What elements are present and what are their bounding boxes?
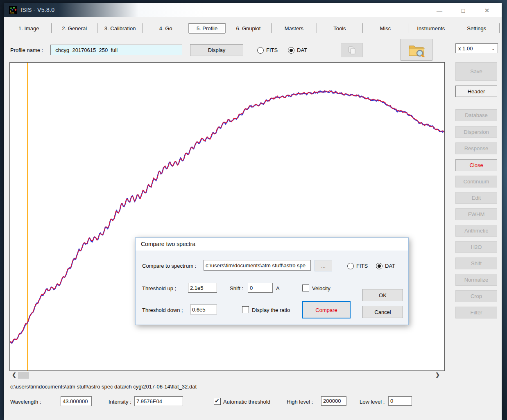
browse-button[interactable]: ...	[315, 260, 332, 271]
scrollbar-thumb[interactable]	[18, 372, 29, 379]
scroll-left-icon[interactable]: ❮	[12, 372, 16, 378]
close-icon[interactable]: ✕	[478, 6, 496, 16]
close-button[interactable]: Close	[455, 159, 497, 171]
compare-dialog-title: Compare two spectra	[141, 241, 195, 247]
tab-gnuplot[interactable]: 6. Gnuplot	[226, 24, 271, 33]
threshold-down-input[interactable]	[190, 305, 217, 314]
display-button[interactable]: Display	[190, 44, 243, 56]
compare-dialog: Compare two spectra Compare to spectrum …	[135, 237, 409, 325]
tab-masters[interactable]: Masters	[272, 24, 317, 33]
fwhm-button: FWHM	[455, 208, 497, 220]
cancel-button[interactable]: Cancel	[362, 306, 403, 318]
compare-dialog-titlebar[interactable]: Compare two spectra	[136, 238, 408, 251]
arithmetic-button: Arithmetic	[455, 225, 497, 237]
continuum-button: Continuum	[455, 176, 497, 187]
shift-unit-label: A	[276, 285, 280, 291]
tab-calibration[interactable]: 3. Calibration	[97, 24, 143, 33]
edit-button: Edit	[455, 192, 497, 204]
shift-button: Shift	[455, 257, 497, 269]
threshold-down-label: Threshold down ;	[142, 307, 183, 313]
maximize-icon[interactable]: □	[454, 6, 472, 16]
normalize-button: Normalize	[455, 274, 497, 286]
open-profile-button[interactable]	[401, 39, 432, 61]
chevron-down-icon: ⌄	[491, 46, 495, 51]
dispersion-button: Dispersion	[455, 126, 497, 138]
desktop: ISIS ISIS - V5.8.0 — □ ✕ 1. Image 2. Gen…	[0, 0, 507, 420]
profile-name-input[interactable]	[50, 45, 182, 55]
high-level-input[interactable]	[321, 396, 346, 406]
response-button: Response	[455, 142, 497, 154]
threshold-up-input[interactable]	[188, 283, 217, 293]
copy-pages-icon	[347, 46, 356, 55]
profile-name-label: Profile name :	[10, 47, 43, 53]
compare-to-input[interactable]	[204, 260, 311, 271]
tab-tools[interactable]: Tools	[317, 24, 362, 33]
velocity-checkbox[interactable]	[302, 285, 309, 291]
dat-radio-label: DAT	[297, 47, 307, 53]
ok-button[interactable]: OK	[362, 289, 403, 301]
fits-radio-label: FITS	[266, 47, 278, 53]
tab-settings[interactable]: Settings	[454, 24, 499, 33]
zoom-value: x 1.00	[458, 45, 473, 52]
wavelength-label: Wavelength :	[10, 399, 41, 405]
compare-button[interactable]: Compare	[302, 301, 351, 318]
tab-image[interactable]: 1. Image	[6, 24, 51, 33]
scroll-right-icon[interactable]: ❯	[435, 372, 440, 378]
shift-label: Shift :	[230, 285, 243, 291]
low-level-label: Low level :	[360, 399, 385, 405]
database-button: Database	[455, 109, 497, 121]
isis-app-icon: ISIS	[9, 6, 17, 14]
titlebar[interactable]: ISIS ISIS - V5.8.0 — □ ✕	[4, 3, 502, 17]
tab-profile[interactable]: 5. Profile	[189, 22, 225, 35]
shift-input[interactable]	[248, 283, 273, 293]
tab-go[interactable]: 4. Go	[143, 24, 188, 33]
save-button: Save	[455, 62, 497, 81]
h2o-button: H2O	[455, 241, 497, 253]
dialog-fits-radio[interactable]	[347, 263, 354, 269]
wavelength-value	[61, 396, 92, 406]
tab-separator	[499, 23, 500, 33]
window-title: ISIS - V5.8.0	[20, 7, 54, 13]
zoom-select[interactable]: x 1.00 ⌄	[455, 43, 498, 53]
file-path-text: c:\users\tim\documents\atm stuff\astro s…	[10, 384, 197, 390]
automatic-threshold-label: Automatic threshold	[223, 399, 270, 405]
header-button[interactable]: Header	[455, 86, 497, 97]
compare-to-label: Compare to spectrum :	[142, 263, 196, 269]
tab-instruments[interactable]: Instruments	[408, 24, 453, 33]
automatic-threshold-checkbox[interactable]	[214, 398, 221, 405]
intensity-value	[134, 396, 183, 406]
display-ratio-label: Display the ratio	[252, 307, 290, 313]
intensity-label: Intensity :	[109, 399, 131, 405]
folder-search-icon	[408, 43, 425, 57]
filter-button: Filter	[455, 307, 497, 318]
threshold-up-label: Threshold up ;	[142, 285, 176, 291]
dialog-fits-label: FITS	[356, 263, 368, 269]
low-level-input[interactable]	[388, 396, 412, 406]
dat-radio[interactable]	[288, 47, 294, 54]
minimize-icon[interactable]: —	[430, 6, 448, 16]
dialog-dat-label: DAT	[385, 263, 395, 269]
tab-bar: 1. Image 2. General 3. Calibration 4. Go…	[6, 23, 500, 34]
copy-profile-button	[341, 43, 363, 57]
crop-button: Crop	[455, 290, 497, 302]
tab-misc[interactable]: Misc	[363, 24, 408, 33]
display-ratio-checkbox[interactable]	[242, 306, 249, 313]
tab-general[interactable]: 2. General	[52, 24, 97, 33]
fits-radio[interactable]	[257, 47, 264, 54]
velocity-label: Velocity	[312, 285, 330, 291]
dialog-dat-radio[interactable]	[376, 263, 383, 269]
high-level-label: High level :	[287, 399, 313, 405]
svg-text:ISIS: ISIS	[10, 11, 14, 14]
